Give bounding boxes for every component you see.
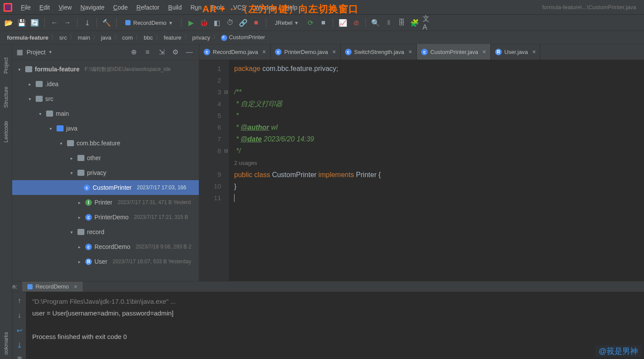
fold-icon[interactable]: ⊟ <box>224 86 228 98</box>
project-panel: ▦ Project ▾ ⊕ ≡ ⇲ ⚙ — ▾ formula-feature … <box>12 44 199 281</box>
close-icon[interactable]: × <box>71 283 77 290</box>
hammer-build-icon[interactable]: 🔨 <box>101 17 112 28</box>
back-icon[interactable]: ← <box>49 17 60 28</box>
crumb-bbc[interactable]: bbc <box>142 34 154 41</box>
line-gutter[interactable]: 1 2 3⊟ 4 5 6 7 8⊟ 9 10 11 <box>199 60 229 281</box>
crumb-class[interactable]: CustomPrinter <box>219 34 267 41</box>
menu-tools[interactable]: Tools <box>207 3 228 12</box>
jrebel-stop-icon[interactable]: ■ <box>318 17 329 28</box>
menu-file[interactable]: File <box>17 3 34 12</box>
run-config-label: RecordDemo <box>133 20 167 26</box>
profile-icon[interactable]: ⏱ <box>225 17 235 28</box>
tree-src[interactable]: ▾src <box>12 91 199 106</box>
expand-icon[interactable]: ≡ <box>142 47 153 57</box>
search-everywhere-icon[interactable]: 🔍 <box>370 17 381 28</box>
tree-main[interactable]: ▾main <box>12 106 199 121</box>
crumb-privacy[interactable]: privacy <box>191 34 212 41</box>
tab-customprinter[interactable]: cCustomPrinter.java× <box>417 44 491 60</box>
save-all-icon[interactable]: 💾 <box>17 17 27 28</box>
folder-icon <box>36 96 43 102</box>
close-icon[interactable]: × <box>481 48 486 55</box>
close-icon[interactable]: × <box>530 48 536 55</box>
down-icon[interactable]: ↓ <box>14 310 25 321</box>
tree-printerdemo[interactable]: ▸cPrinterDemo2023/7/17 17:21, 315 B <box>12 210 199 225</box>
tool-bookmarks[interactable]: ookmarks <box>3 332 9 355</box>
menu-help[interactable]: Help <box>282 3 301 12</box>
menu-edit[interactable]: Edit <box>36 3 54 12</box>
softwrap-icon[interactable]: ↩ <box>14 325 25 336</box>
tree-privacy[interactable]: ▾privacy <box>12 165 199 180</box>
reload-icon[interactable]: 🔄 <box>30 17 40 28</box>
crumb-src[interactable]: src <box>57 34 68 41</box>
debug-icon[interactable]: 🐞 <box>199 17 209 28</box>
fold-end-icon[interactable]: ⊟ <box>224 145 228 157</box>
tree-record[interactable]: ▾record <box>12 225 199 239</box>
tab-recorddemo[interactable]: cRecordDemo.java× <box>199 44 271 60</box>
forward-icon[interactable]: → <box>62 17 73 28</box>
editor-body[interactable]: 1 2 3⊟ 4 5 6 7 8⊟ 9 10 11 package com.bb… <box>199 60 644 281</box>
run-tab[interactable]: RecordDemo × <box>22 282 82 292</box>
open-icon[interactable]: 📂 <box>3 17 14 28</box>
tool-leetcode[interactable]: Leetcode <box>3 121 9 142</box>
tree-root[interactable]: ▾ formula-feature F:\编程数据\IDE\Java\works… <box>12 62 199 77</box>
run-tab-icon <box>27 284 33 289</box>
tab-printerdemo[interactable]: cPrinterDemo.java× <box>271 44 341 60</box>
crumb-project[interactable]: formula-feature <box>5 34 50 41</box>
menu-code[interactable]: Code <box>110 3 131 12</box>
tree-user[interactable]: ▸RUser2023/7/17 16:07, 533 B Yesterday <box>12 254 199 269</box>
crumb-main[interactable]: main <box>76 34 92 41</box>
project-tree[interactable]: ▾ formula-feature F:\编程数据\IDE\Java\works… <box>12 60 199 281</box>
tree-java[interactable]: ▾java <box>12 121 199 136</box>
console-output[interactable]: "D:\Program Files\Java\jdk-17.0.1\bin\ja… <box>26 292 644 359</box>
db-icon[interactable]: 🗄 <box>396 17 407 28</box>
tree-customprinter[interactable]: cCustomPrinter2023/7/17 17:03, 166 <box>12 180 199 195</box>
crumb-java[interactable]: java <box>99 34 113 41</box>
up-icon[interactable]: ↑ <box>14 295 25 306</box>
tree-idea[interactable]: ▸.idea <box>12 77 199 91</box>
menu-build[interactable]: Build <box>165 3 185 12</box>
tab-switchstrength[interactable]: cSwitchStrength.java× <box>341 44 417 60</box>
run-icon[interactable]: ▶ <box>186 17 196 28</box>
structure-icon[interactable]: ⫴ <box>383 17 394 28</box>
coverage-icon[interactable]: ◧ <box>212 17 222 28</box>
settings-icon[interactable]: ⚙ <box>170 47 181 57</box>
console-line: Process finished with exit code 0 <box>32 331 638 342</box>
chart-icon[interactable]: 📈 <box>338 17 348 28</box>
collapse-icon[interactable]: ⇲ <box>156 47 167 57</box>
stop-icon[interactable]: ■ <box>251 17 262 28</box>
scroll-end-icon[interactable]: ⤓ <box>14 340 25 350</box>
crumb-feature[interactable]: feature <box>162 34 183 41</box>
run-config-dropdown[interactable]: RecordDemo ▾ <box>121 18 177 27</box>
no-entry-icon[interactable]: ⊘ <box>351 17 361 28</box>
class-icon: c <box>85 214 92 221</box>
separator <box>181 18 181 27</box>
menu-run[interactable]: Run <box>187 3 205 12</box>
crumb-com[interactable]: com <box>121 34 135 41</box>
tree-recorddemo[interactable]: ▸cRecordDemo2023/7/18 9:06, 293 B 2 <box>12 239 199 254</box>
attach-icon[interactable]: 🔗 <box>238 17 248 28</box>
locate-icon[interactable]: ⊕ <box>128 47 139 57</box>
menu-refactor[interactable]: Refactor <box>133 3 163 12</box>
tab-user[interactable]: RUser.java× <box>491 44 540 60</box>
update-proj-icon[interactable]: ⤓ <box>82 17 92 28</box>
close-icon[interactable]: × <box>261 48 266 55</box>
tool-project[interactable]: Project <box>3 57 9 74</box>
menu-vcs[interactable]: VCS <box>230 3 249 12</box>
jrebel-dropdown[interactable]: JRebel▾ <box>271 18 302 27</box>
code-content[interactable]: package com.bbc.feature.privacy; /** * 自… <box>229 60 644 281</box>
close-icon[interactable]: × <box>331 48 336 55</box>
menu-window[interactable]: Window <box>251 3 280 12</box>
tree-other[interactable]: ▸other <box>12 151 199 165</box>
jrebel-run-icon[interactable]: ⟳ <box>305 17 315 28</box>
tree-printer[interactable]: ▸IPrinter2023/7/17 17:31, 471 B Yesterd <box>12 195 199 210</box>
close-icon[interactable]: × <box>407 48 412 55</box>
hide-icon[interactable]: — <box>184 47 195 57</box>
translate-icon[interactable]: 文A <box>423 17 433 28</box>
tree-package[interactable]: ▾com.bbc.feature <box>12 136 199 151</box>
print-icon[interactable]: 🖶 <box>14 355 25 359</box>
menu-navigate[interactable]: Navigate <box>77 3 108 12</box>
tool-structure[interactable]: Structure <box>3 87 9 108</box>
run-panel-header: Run: RecordDemo × <box>0 282 644 292</box>
menu-view[interactable]: View <box>55 3 75 12</box>
plugin-icon[interactable]: 🧩 <box>409 17 420 28</box>
